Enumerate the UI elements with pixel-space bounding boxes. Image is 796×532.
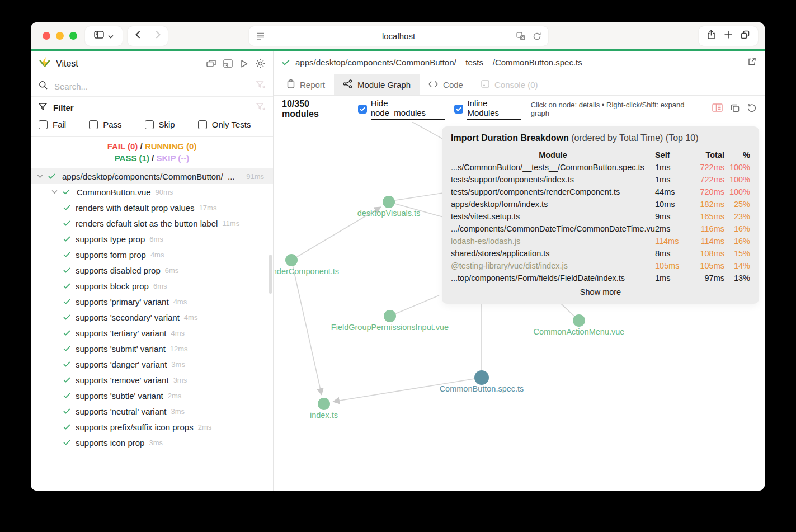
filter-checkbox[interactable]: Skip (145, 120, 175, 129)
open-in-editor-icon[interactable] (747, 57, 756, 68)
reload-icon[interactable] (533, 32, 541, 43)
share-icon[interactable] (706, 30, 716, 42)
clear-filter-icon[interactable] (256, 103, 265, 112)
translate-icon[interactable] (516, 32, 526, 43)
new-tab-icon[interactable] (724, 30, 733, 41)
breakdown-row[interactable]: ...s/CommonButton/__tests__/CommonButton… (451, 161, 750, 173)
test-row[interactable]: supports 'remove' variant 3ms (31, 372, 273, 388)
breakdown-row[interactable]: lodash-es/lodash.js 114ms 114ms 16% (451, 235, 750, 247)
test-row[interactable]: supports 'submit' variant 12ms (31, 341, 273, 356)
clear-search-filter-icon[interactable] (256, 81, 265, 91)
checkbox-unchecked[interactable] (39, 120, 48, 129)
test-row[interactable]: supports 'tertiary' variant 4ms (31, 325, 273, 341)
theme-sun-icon[interactable] (256, 59, 265, 68)
breakdown-row[interactable]: tests/vitest.setup.ts 9ms 165ms 23% (451, 210, 750, 223)
checkbox-unchecked[interactable] (198, 120, 207, 129)
running-count: RUNNING (0) (145, 142, 197, 151)
test-row[interactable]: supports prefix/suffix icon props 2ms (31, 419, 273, 435)
graph-node[interactable] (285, 254, 298, 266)
address-bar[interactable]: localhost (249, 26, 548, 46)
col-total: Total (687, 150, 724, 159)
sidebar-toggle-button[interactable] (85, 26, 123, 46)
forward-button[interactable] (155, 30, 161, 41)
module-graph-canvas[interactable]: desktopVisuals.tsrenderComponent.tsField… (274, 122, 765, 491)
breakdown-row[interactable]: .../components/CommonDateTime/CommonDate… (451, 223, 750, 235)
browser-toolbar: localhost (31, 22, 765, 49)
dashboard-icon[interactable] (223, 59, 233, 68)
breakdown-row[interactable]: shared/stores/application.ts 8ms 108ms 1… (451, 247, 750, 260)
test-row[interactable]: renders with default prop values 17ms (31, 200, 273, 215)
breakdown-row[interactable]: apps/desktop/form/index.ts 10ms 182ms 25… (451, 198, 750, 210)
chevron-down-icon[interactable] (37, 174, 43, 178)
module-name: lodash-es/lodash.js (451, 237, 655, 246)
inline-modules-checkbox[interactable]: Inline Modules (454, 98, 521, 120)
graph-node[interactable] (474, 370, 489, 385)
reset-graph-icon[interactable] (747, 103, 756, 115)
test-row[interactable]: supports block prop 6ms (31, 278, 273, 294)
test-time: 6ms (165, 266, 179, 275)
search-input[interactable] (53, 81, 251, 92)
filter-checkbox[interactable]: Only Tests (198, 120, 251, 129)
test-row[interactable]: supports 'primary' variant 4ms (31, 294, 273, 309)
nav-divider (148, 31, 148, 41)
file-path-bar: apps/desktop/components/CommonButton/__t… (274, 51, 765, 74)
pass-check-icon (63, 408, 70, 414)
sidebar-scrollbar[interactable] (269, 255, 272, 294)
graph-node[interactable] (383, 196, 395, 208)
module-name: apps/desktop/form/index.ts (451, 200, 655, 209)
graph-node[interactable] (384, 310, 396, 322)
tab-module-graph[interactable]: Module Graph (334, 74, 420, 95)
chevron-down-icon[interactable] (51, 190, 58, 194)
test-row[interactable]: supports icon prop 3ms (31, 435, 273, 450)
graph-node-label: CommonActionMenu.vue (534, 327, 625, 336)
show-more-button[interactable]: Show more (451, 288, 750, 296)
zoom-window-button[interactable] (69, 32, 77, 40)
test-row[interactable]: supports 'danger' variant 3ms (31, 356, 273, 372)
checkbox-unchecked[interactable] (145, 120, 154, 129)
test-row[interactable]: supports 'subtle' variant 2ms (31, 388, 273, 403)
filter-checkbox[interactable]: Fail (39, 120, 66, 129)
panel-subtitle: (ordered by Total Time) (Top 10) (571, 133, 698, 143)
filter-checkbox[interactable]: Pass (89, 120, 121, 129)
self-time: 9ms (655, 212, 687, 221)
breakdown-row[interactable]: ...top/components/Form/fields/FieldDate/… (451, 272, 750, 284)
module-name: ...top/components/Form/fields/FieldDate/… (451, 274, 655, 283)
test-row[interactable]: supports 'neutral' variant 3ms (31, 403, 273, 419)
breakdown-row[interactable]: tests/support/components/index.ts 1ms 72… (451, 173, 750, 186)
graph-node[interactable] (573, 314, 585, 327)
run-all-icon[interactable] (240, 59, 248, 68)
test-time: 11ms (222, 219, 239, 228)
tab-code[interactable]: Code (420, 74, 472, 95)
test-file-row[interactable]: apps/desktop/components/CommonButton/_..… (31, 168, 273, 184)
test-row[interactable]: supports disabled prop 6ms (31, 262, 273, 278)
self-time: 105ms (655, 261, 687, 270)
test-suite-row[interactable]: CommonButton.vue 90ms (31, 184, 273, 200)
back-button[interactable] (135, 30, 141, 41)
window-controls (43, 32, 77, 40)
test-time: 2ms (198, 423, 212, 431)
pass-count: PASS (1) (115, 153, 149, 163)
tab-console[interactable]: Console (0) (472, 74, 547, 95)
close-window-button[interactable] (43, 32, 50, 40)
app-title: Vitest (56, 59, 78, 69)
checkbox-checked[interactable] (454, 105, 463, 114)
tab-overview-icon[interactable] (740, 30, 750, 42)
test-row[interactable]: supports form prop 4ms (31, 247, 273, 262)
hide-node-modules-checkbox[interactable]: Hide node_modules (358, 98, 445, 120)
toggle-breakdown-table-icon[interactable] (712, 103, 723, 114)
breakdown-row[interactable]: @testing-library/vue/dist/index.js 105ms… (451, 260, 750, 272)
total-time: 105ms (687, 261, 724, 270)
graph-node[interactable] (318, 398, 330, 410)
checkbox-checked[interactable] (358, 105, 367, 114)
tab-report[interactable]: Report (278, 74, 334, 95)
checkbox-label: Inline Modules (467, 98, 521, 120)
windows-stack-icon[interactable] (206, 59, 216, 68)
breakdown-row[interactable]: tests/support/components/renderComponent… (451, 186, 750, 198)
test-row[interactable]: supports 'secondary' variant 4ms (31, 309, 273, 325)
copy-graph-icon[interactable] (731, 103, 740, 115)
test-row[interactable]: supports type prop 6ms (31, 231, 273, 247)
test-row[interactable]: renders default slot as the button label… (31, 215, 273, 231)
modules-count: 10/350 modules (282, 99, 348, 119)
minimize-window-button[interactable] (56, 32, 64, 40)
checkbox-unchecked[interactable] (89, 120, 98, 129)
